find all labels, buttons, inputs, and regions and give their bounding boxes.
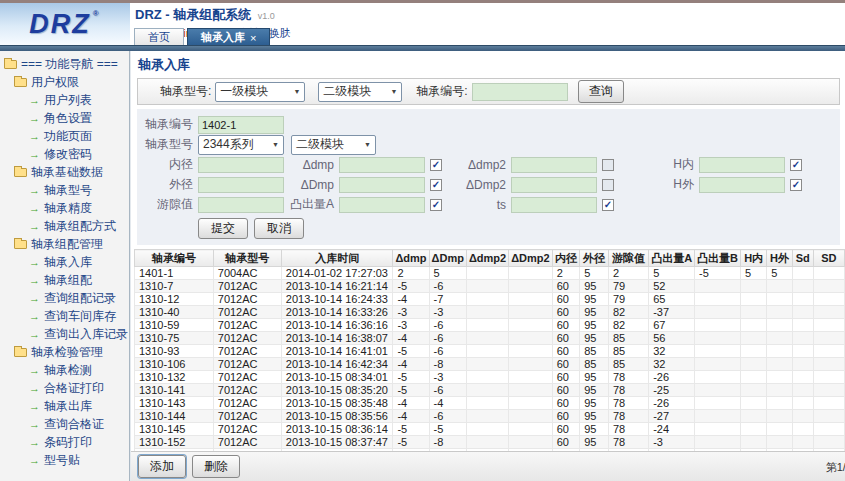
sidebar-item[interactable]: →用户列表 [0, 91, 129, 109]
table-row[interactable]: 1310-127012AC2013-10-14 16:24:33-4-76095… [135, 293, 845, 306]
table-header-cell[interactable]: Δdmp [393, 250, 429, 267]
table-header-cell[interactable]: Sd [792, 250, 813, 267]
table-row[interactable]: 1310-407012AC2013-10-14 16:33:26-3-36095… [135, 306, 845, 319]
delete-button[interactable]: 删除 [192, 455, 240, 478]
table-header-cell[interactable]: H内 [741, 250, 767, 267]
field-checkbox[interactable]: ✓ [790, 179, 802, 191]
submit-button[interactable]: 提交 [198, 218, 248, 239]
table-row[interactable]: 1310-937012AC2013-10-14 16:41:01-5-66085… [135, 345, 845, 358]
tab-close-icon[interactable]: × [250, 32, 256, 44]
field-checkbox[interactable] [602, 179, 614, 191]
field-input[interactable] [511, 157, 597, 173]
table-cell: -3 [429, 371, 466, 384]
sidebar-group[interactable]: 轴承基础数据 [0, 163, 129, 181]
query-serial-input[interactable] [472, 83, 568, 101]
sidebar-group[interactable]: 用户权限 [0, 73, 129, 91]
sidebar-group[interactable]: 轴承检验管理 [0, 343, 129, 361]
sidebar-item[interactable]: →轴承型号 [0, 181, 129, 199]
sidebar-item[interactable]: →查询出入库记录 [0, 325, 129, 343]
field-input[interactable] [511, 197, 597, 213]
table-cell: 60 [552, 306, 580, 319]
sidebar-group[interactable]: 轴承组配管理 [0, 235, 129, 253]
table-header-cell[interactable]: 轴承编号 [135, 250, 214, 267]
sidebar-item[interactable]: →修改密码 [0, 145, 129, 163]
field-input[interactable] [339, 157, 425, 173]
table-header-cell[interactable]: 凸出量B [695, 250, 741, 267]
table-row[interactable]: 1310-1067012AC2013-10-14 16:42:34-4-8608… [135, 358, 845, 371]
field-input[interactable] [511, 177, 597, 193]
sidebar-item[interactable]: →角色设置 [0, 109, 129, 127]
search-button[interactable]: 查询 [578, 80, 624, 103]
skin-link[interactable]: 换肤 [269, 27, 291, 39]
sidebar-item[interactable]: →功能页面 [0, 127, 129, 145]
table-header-cell[interactable]: 凸出量A [649, 250, 695, 267]
table-header-row: 轴承编号轴承型号入库时间ΔdmpΔDmpΔdmp2ΔDmp2内径外径游隙值凸出量… [135, 250, 845, 267]
sidebar-item[interactable]: →轴承组配 [0, 271, 129, 289]
table-cell: -4 [393, 397, 429, 410]
table-cell: 85 [580, 345, 609, 358]
sidebar-item[interactable]: →型号贴 [0, 451, 129, 469]
field-checkbox[interactable]: ✓ [430, 199, 442, 211]
table-cell [509, 280, 552, 293]
table-header-cell[interactable]: 入库时间 [281, 250, 393, 267]
sidebar-item[interactable]: →轴承组配方式 [0, 217, 129, 235]
tab-home[interactable]: 首页 [134, 28, 184, 45]
table-row[interactable]: 1310-1527012AC2013-10-15 08:37:47-5-8609… [135, 436, 845, 449]
table-row[interactable]: 1310-1457012AC2013-10-15 08:36:14-5-5609… [135, 423, 845, 436]
table-row[interactable]: 1310-1327012AC2013-10-15 08:34:01-5-3609… [135, 371, 845, 384]
table-row[interactable]: 1310-597012AC2013-10-14 16:36:16-3-66095… [135, 319, 845, 332]
field-input[interactable] [198, 197, 284, 213]
field-checkbox[interactable]: ✓ [602, 199, 614, 211]
sidebar-item[interactable]: →查询车间库存 [0, 307, 129, 325]
field-input[interactable] [339, 197, 425, 213]
field-checkbox[interactable]: ✓ [430, 179, 442, 191]
sidebar-item[interactable]: →轴承检测 [0, 361, 129, 379]
sidebar-item[interactable]: →查询组配记录 [0, 289, 129, 307]
table-header-cell[interactable]: SD [813, 250, 844, 267]
tab-bearing-inbound[interactable]: 轴承入库 × [187, 28, 270, 45]
sidebar-item[interactable]: →轴承入库 [0, 253, 129, 271]
table-row[interactable]: 1310-1437012AC2013-10-15 08:35:48-4-4609… [135, 397, 845, 410]
field-input[interactable] [699, 157, 785, 173]
cancel-button[interactable]: 取消 [254, 218, 304, 239]
table-row[interactable]: 1310-77012AC2013-10-14 16:21:14-5-660957… [135, 280, 845, 293]
table-header-cell[interactable]: ΔDmp2 [509, 250, 552, 267]
sidebar-item[interactable]: →条码打印 [0, 433, 129, 451]
field-input[interactable] [198, 177, 284, 193]
table-header-cell[interactable]: Δdmp2 [466, 250, 508, 267]
sidebar-item[interactable]: →合格证打印 [0, 379, 129, 397]
table-cell [813, 358, 844, 371]
table-header-cell[interactable]: ΔDmp [429, 250, 466, 267]
sidebar-item[interactable]: →查询合格证 [0, 415, 129, 433]
form-module-level2-select[interactable]: 二级模块 ▼ [291, 135, 376, 155]
table-cell: -26 [649, 397, 695, 410]
field-checkbox[interactable]: ✓ [430, 159, 442, 171]
table-header-cell[interactable]: 轴承型号 [213, 250, 281, 267]
table-cell [741, 410, 767, 423]
table-row[interactable]: 1310-1447012AC2013-10-15 08:35:56-4-6609… [135, 410, 845, 423]
field-input[interactable] [339, 177, 425, 193]
table-header-cell[interactable]: 内径 [552, 250, 580, 267]
sidebar-root[interactable]: === 功能导航 === [0, 55, 129, 73]
field-checkbox[interactable] [602, 159, 614, 171]
app-version: v1.0 [258, 11, 275, 21]
query-module-level2-select[interactable]: 二级模块 ▼ [318, 82, 402, 102]
table-cell: -24 [649, 423, 695, 436]
table-row[interactable]: 1401-17004AC2014-01-02 17:27:03252525-55… [135, 267, 845, 280]
table-cell: -26 [649, 371, 695, 384]
sidebar-item[interactable]: →轴承精度 [0, 199, 129, 217]
form-series-select[interactable]: 2344系列 ▼ [198, 135, 284, 155]
sidebar-item[interactable]: →轴承出库 [0, 397, 129, 415]
table-cell: 2013-10-14 16:38:07 [281, 332, 393, 345]
form-serial-input[interactable] [198, 116, 284, 134]
field-checkbox[interactable]: ✓ [790, 159, 802, 171]
table-header-cell[interactable]: 游隙值 [608, 250, 648, 267]
field-input[interactable] [198, 157, 284, 173]
table-header-cell[interactable]: 外径 [580, 250, 609, 267]
field-input[interactable] [699, 177, 785, 193]
table-header-cell[interactable]: H外 [767, 250, 793, 267]
query-module-level1-select[interactable]: 一级模块 ▼ [215, 82, 305, 102]
table-row[interactable]: 1310-1417012AC2013-10-15 08:35:20-5-6609… [135, 384, 845, 397]
add-button[interactable]: 添加 [138, 455, 186, 478]
table-row[interactable]: 1310-757012AC2013-10-14 16:38:07-4-66095… [135, 332, 845, 345]
